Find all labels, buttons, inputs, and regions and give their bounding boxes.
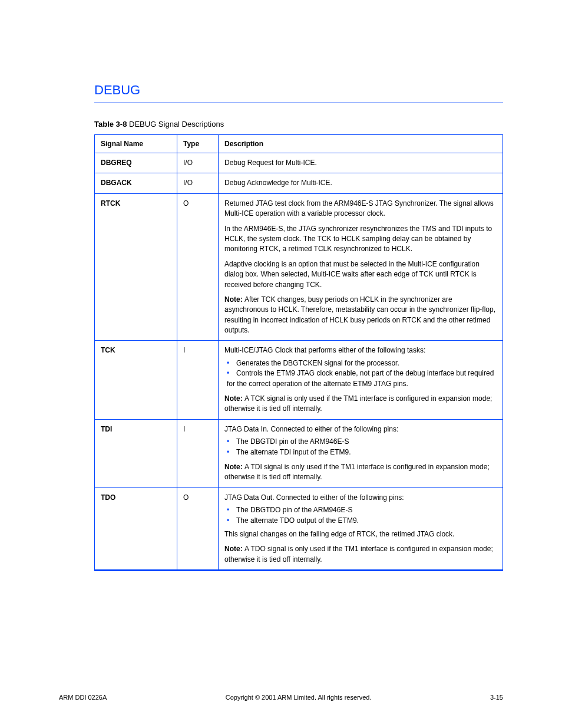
table-caption-text: DEBUG Signal Descriptions [129,120,224,129]
note-text: After TCK changes, busy periods on HCLK … [224,295,495,334]
table-row: TDIIJTAG Data In. Connected to either of… [95,419,503,487]
desc-bullet-list: The DBGTDI pin of the ARM946E-SThe alter… [224,437,497,457]
note-label: Note: [224,463,244,471]
cell-type: I/O [177,153,219,173]
desc-trailing: This signal changes on the falling edge … [224,529,497,539]
note-label: Note: [224,394,244,403]
cell-type: I [177,419,219,487]
note-text: A TDO signal is only used if the TM1 int… [224,545,493,563]
desc-note: Note: A TCK signal is only used if the T… [224,394,497,414]
cell-signal-name: TDO [95,487,177,570]
cell-description: JTAG Data In. Connected to either of the… [219,419,503,487]
desc-paragraph: Adaptive clocking is an option that must… [224,259,497,290]
desc-bullet-list: Generates the DBGTCKEN signal for the pr… [224,358,497,389]
debug-signals-table: Signal Name Type Description DBGREQI/ODe… [94,134,503,571]
desc-paragraph: In the ARM946E-S, the JTAG synchronizer … [224,224,497,255]
note-text: A TDI signal is only used if the TM1 int… [224,463,490,481]
footer-center: Copyright © 2001 ARM Limited. All rights… [226,694,372,701]
cell-description: Returned JTAG test clock from the ARM946… [219,193,503,341]
cell-signal-name: RTCK [95,193,177,341]
desc-bullet: The alternate TDO output of the ETM9. [227,516,497,526]
col-signal-name: Signal Name [95,135,177,153]
note-label: Note: [224,545,244,553]
table-row: DBGACKI/ODebug Acknowledge for Multi-ICE… [95,173,503,193]
col-description: Description [219,135,503,153]
section-rule [94,103,503,103]
cell-signal-name: TDI [95,419,177,487]
table-header-row: Signal Name Type Description [95,135,503,153]
desc-bullet: Controls the ETM9 JTAG clock enable, not… [227,368,497,389]
desc-bullet: The DBGTDO pin of the ARM946E-S [227,505,497,515]
note-text: A TCK signal is only used if the TM1 int… [224,394,492,413]
cell-type: O [177,487,219,570]
footer-left: ARM DDI 0226A [59,694,107,701]
desc-intro: JTAG Data Out. Connected to either of th… [224,493,497,503]
table-caption: Table 3-8 DEBUG Signal Descriptions [94,120,503,129]
desc-bullet: Generates the DBGTCKEN signal for the pr… [227,358,497,368]
cell-type: I/O [177,173,219,193]
table-row: TCKIMulti-ICE/JTAG Clock that performs e… [95,341,503,419]
col-type: Type [177,135,219,153]
footer-right: 3-15 [490,694,503,701]
desc-note: Note: A TDO signal is only used if the T… [224,544,497,565]
table-row: DBGREQI/ODebug Request for Multi-ICE. [95,153,503,173]
cell-description: Debug Request for Multi-ICE. [219,153,503,173]
cell-description: JTAG Data Out. Connected to either of th… [219,487,503,570]
cell-description: Multi-ICE/JTAG Clock that performs eithe… [219,341,503,419]
cell-type: I [177,341,219,419]
desc-note: Note: After TCK changes, busy periods on… [224,295,497,336]
table-row: RTCKOReturned JTAG test clock from the A… [95,193,503,341]
desc-paragraph: Returned JTAG test clock from the ARM946… [224,199,497,219]
table-caption-label: Table 3-8 [94,120,127,129]
cell-signal-name: TCK [95,341,177,419]
page-footer: ARM DDI 0226A Copyright © 2001 ARM Limit… [59,694,503,701]
cell-description: Debug Acknowledge for Multi-ICE. [219,173,503,193]
desc-bullet: The alternate TDI input of the ETM9. [227,447,497,457]
desc-bullet-list: The DBGTDO pin of the ARM946E-SThe alter… [224,505,497,526]
note-label: Note: [224,295,244,304]
cell-signal-name: DBGACK [95,173,177,193]
section-title: DEBUG [94,83,503,98]
desc-bullet: The DBGTDI pin of the ARM946E-S [227,437,497,447]
table-row: TDOOJTAG Data Out. Connected to either o… [95,487,503,570]
desc-intro: JTAG Data In. Connected to either of the… [224,424,497,434]
desc-text: Debug Request for Multi-ICE. [224,158,497,168]
cell-type: O [177,193,219,341]
cell-signal-name: DBGREQ [95,153,177,173]
desc-note: Note: A TDI signal is only used if the T… [224,462,497,483]
desc-intro: Multi-ICE/JTAG Clock that performs eithe… [224,345,497,355]
desc-text: Debug Acknowledge for Multi-ICE. [224,178,497,188]
